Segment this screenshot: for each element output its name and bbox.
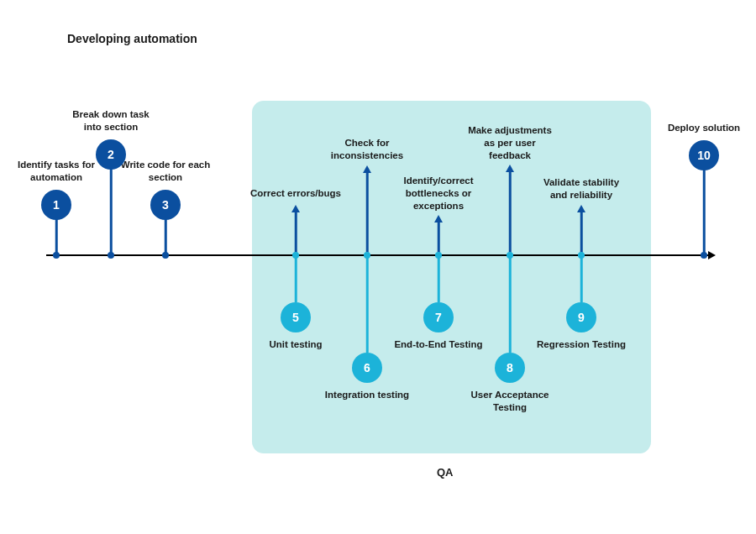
arrow-8-label: Make adjustments as per user feedback xyxy=(464,124,556,162)
step-6-circle: 6 xyxy=(352,353,382,383)
step-7-num: 7 xyxy=(435,311,442,324)
step-2-label: Break down task into section xyxy=(63,108,160,134)
step-10-circle: 10 xyxy=(689,140,719,170)
step-9-num: 9 xyxy=(578,311,585,324)
arrow-7-label: Identify/correct bottlenecks or exceptio… xyxy=(392,175,485,212)
step-10: Deploy solution 10 xyxy=(654,122,754,170)
step-3-num: 3 xyxy=(162,198,169,212)
step-2-circle: 2 xyxy=(96,139,126,170)
arrow-5-label: Correct errors/bugs xyxy=(249,187,342,200)
arrow-9: Validate stability and reliability xyxy=(535,176,627,207)
arrow-9-label: Validate stability and reliability xyxy=(535,176,627,202)
step-9-label: Regression Testing xyxy=(533,338,630,351)
step-6-label: Integration testing xyxy=(319,389,416,401)
step-7-circle: 7 xyxy=(423,302,454,332)
arrow-6: Check for inconsistencies xyxy=(321,137,413,167)
step-8-label: User Acceptance Testing xyxy=(462,389,559,414)
arrow-7: Identify/correct bottlenecks or exceptio… xyxy=(392,175,485,217)
step-5-circle: 5 xyxy=(281,302,311,332)
step-1-circle: 1 xyxy=(41,190,71,220)
step-10-num: 10 xyxy=(697,149,711,162)
arrow-8: Make adjustments as per user feedback xyxy=(464,124,556,167)
step-6-num: 6 xyxy=(364,361,370,374)
step-8-circle: 8 xyxy=(495,353,525,383)
step-9-circle: 9 xyxy=(566,302,596,332)
arrow-6-label: Check for inconsistencies xyxy=(321,137,413,162)
step-8-num: 8 xyxy=(507,361,513,374)
step-5-num: 5 xyxy=(292,311,299,324)
arrow-5: Correct errors/bugs xyxy=(249,187,342,205)
step-9: 9 Regression Testing xyxy=(531,254,632,351)
step-3-label: Write code for each section xyxy=(118,159,214,184)
step-3-circle: 3 xyxy=(150,190,181,220)
step-10-label: Deploy solution xyxy=(656,122,753,134)
qa-section-label: QA xyxy=(437,466,454,479)
step-3: Write code for each section 3 xyxy=(115,159,216,220)
diagram-title: Developing automation xyxy=(67,32,197,45)
step-2-num: 2 xyxy=(108,148,114,161)
step-1-num: 1 xyxy=(53,198,60,212)
